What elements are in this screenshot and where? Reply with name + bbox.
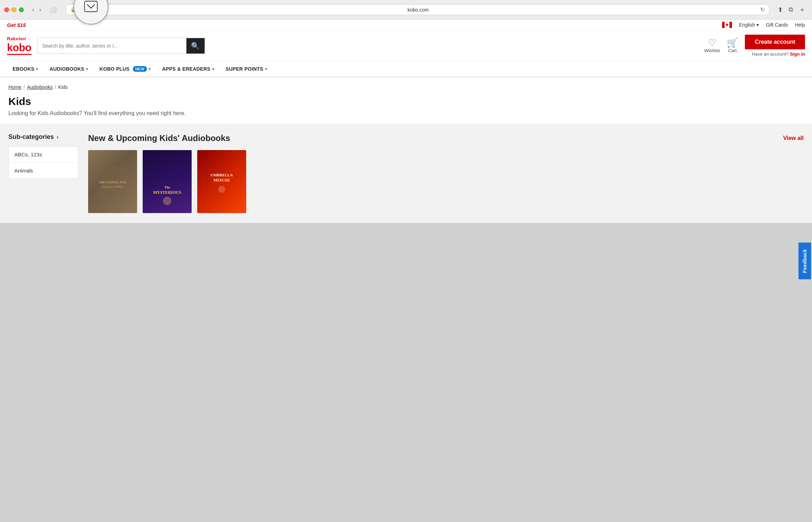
breadcrumb-home[interactable]: Home <box>8 84 21 90</box>
breadcrumb-current: Kids <box>58 84 67 90</box>
gray-section: Sub-categories › ABCs, 123s Animals New … <box>0 124 812 223</box>
koboplus-chevron-icon: ▾ <box>149 67 151 71</box>
main-header: Rakuten kobo 🔍 ♡ Wishlist 🛒 Cart Create … <box>0 30 812 61</box>
book-card-3[interactable]: UMBRELLA MOUSE <box>197 150 246 213</box>
reload-button[interactable]: ↻ <box>760 6 765 13</box>
book-cover-image-1: SOME HAPPIER HOUR GRACE COPPER <box>99 164 127 199</box>
logo-underline <box>7 54 31 55</box>
chevron-down-icon: ▾ <box>756 22 759 28</box>
svg-text:SOME HAPPIER HOUR: SOME HAPPIER HOUR <box>99 181 127 184</box>
have-account-text: Have an account? <box>752 51 789 57</box>
tabs-button[interactable]: ⧉ <box>786 5 795 15</box>
subcategories-title[interactable]: Sub-categories › <box>8 133 78 141</box>
new-badge: NEW <box>133 66 147 72</box>
main-content: New & Upcoming Kids' Audiobooks View all… <box>88 133 804 213</box>
address-bar[interactable]: 🔒 kobo.com ↻ <box>66 4 769 15</box>
sign-in-link[interactable]: Sign in <box>790 51 805 57</box>
english-language-link[interactable]: English ▾ <box>739 22 759 28</box>
help-link[interactable]: Help <box>795 22 805 28</box>
breadcrumb-sep-2: / <box>55 84 56 90</box>
cart-button[interactable]: 🛒 Cart <box>727 38 738 53</box>
kobo-label: kobo <box>7 42 31 53</box>
gift-cards-link[interactable]: Gift Cards <box>766 22 788 28</box>
wishlist-label: Wishlist <box>704 48 720 53</box>
subcategories-panel: Sub-categories › ABCs, 123s Animals <box>8 133 78 213</box>
heart-icon: ♡ <box>708 38 716 47</box>
ebooks-chevron-icon: ▾ <box>36 67 38 71</box>
share-button[interactable]: ⬆ <box>776 5 785 15</box>
svg-rect-3 <box>729 22 732 28</box>
traffic-lights <box>4 7 24 12</box>
subcategory-abcs[interactable]: ABCs, 123s <box>9 147 78 163</box>
subcategory-animals[interactable]: Animals <box>9 163 78 178</box>
svg-text:GRACE COPPER: GRACE COPPER <box>102 185 123 189</box>
nav-super-points[interactable]: SUPER POINTS ▾ <box>220 61 273 77</box>
sign-in-area: Have an account? Sign in <box>752 51 805 57</box>
page-title: Kids <box>8 96 804 107</box>
book-card-2[interactable]: The MYSTERIOUS <box>143 150 192 213</box>
maximize-window-button[interactable] <box>19 7 24 12</box>
svg-text:MOUSE: MOUSE <box>213 177 230 183</box>
section-layout: Sub-categories › ABCs, 123s Animals New … <box>8 133 804 213</box>
svg-point-10 <box>163 197 171 205</box>
browser-nav-buttons: ‹ › <box>30 5 43 14</box>
promo-text: Get $15 <box>7 22 26 28</box>
search-input[interactable] <box>37 38 186 54</box>
section-header: New & Upcoming Kids' Audiobooks View all <box>88 133 804 143</box>
back-button[interactable]: ‹ <box>30 5 36 14</box>
nav-bar: eBOOKS ▾ AUDIOBOOKS ▾ KOBO PLUS NEW ▾ AP… <box>0 61 812 77</box>
book-cover-image-2: The MYSTERIOUS <box>153 175 181 210</box>
logo-area[interactable]: Rakuten kobo <box>7 36 31 55</box>
website-content: Get $15 English ▾ Gift Cards Help <box>0 20 812 223</box>
nav-audiobooks[interactable]: AUDIOBOOKS ▾ <box>44 61 94 77</box>
superpoints-chevron-icon: ▾ <box>265 67 267 71</box>
nav-kobo-plus[interactable]: KOBO PLUS NEW ▾ <box>94 61 157 77</box>
svg-text:MYSTERIOUS: MYSTERIOUS <box>153 190 181 195</box>
breadcrumb-audiobooks[interactable]: Audiobooks <box>27 84 52 90</box>
create-account-button[interactable]: Create account <box>745 35 805 49</box>
svg-point-13 <box>218 186 225 193</box>
minimize-window-button[interactable] <box>12 7 16 12</box>
cart-icon: 🛒 <box>727 38 738 47</box>
book-cover-1: SOME HAPPIER HOUR GRACE COPPER <box>88 150 137 213</box>
svg-rect-1 <box>722 22 725 28</box>
search-bar: 🔍 <box>37 38 205 54</box>
audiobooks-chevron-icon: ▾ <box>86 67 88 71</box>
view-all-link[interactable]: View all <box>783 135 804 141</box>
canada-flag-icon <box>722 22 732 28</box>
rakuten-kobo-logo: Rakuten kobo <box>7 36 31 55</box>
subcategories-chevron-icon: › <box>57 134 58 140</box>
new-tab-button[interactable]: ＋ <box>797 4 808 15</box>
cart-label: Cart <box>728 48 737 53</box>
wishlist-button[interactable]: ♡ Wishlist <box>704 38 720 53</box>
top-links: English ▾ Gift Cards Help <box>722 22 805 28</box>
book-card-1[interactable]: SOME HAPPIER HOUR GRACE COPPER <box>88 150 137 213</box>
nav-apps-ereaders[interactable]: APPS & eREADERS ▾ <box>156 61 220 77</box>
page-subtitle: Looking for Kids Audiobooks? You'll find… <box>8 110 804 117</box>
feedback-tab[interactable]: Feedback <box>799 243 811 280</box>
header-actions: ♡ Wishlist 🛒 Cart Create account Have an… <box>704 35 805 57</box>
breadcrumb-sep-1: / <box>23 84 25 90</box>
subcategories-list: ABCs, 123s Animals <box>8 146 78 179</box>
search-button[interactable]: 🔍 <box>186 38 205 54</box>
books-grid: SOME HAPPIER HOUR GRACE COPPER The MYSTE… <box>88 150 804 213</box>
apps-chevron-icon: ▾ <box>212 67 214 71</box>
breadcrumb: Home / Audiobooks / Kids <box>8 84 804 90</box>
section-title: New & Upcoming Kids' Audiobooks <box>88 133 230 143</box>
nav-ebooks[interactable]: eBOOKS ▾ <box>7 61 44 77</box>
close-window-button[interactable] <box>4 7 9 12</box>
svg-rect-0 <box>85 1 98 12</box>
url-text: kobo.com <box>78 7 758 13</box>
canada-flag-area[interactable] <box>722 22 732 28</box>
sidebar-button[interactable]: ⬜ <box>47 5 59 14</box>
promo-bar: Get $15 English ▾ Gift Cards Help <box>0 20 812 30</box>
page-content: Home / Audiobooks / Kids Kids Looking fo… <box>0 77 812 124</box>
svg-text:UMBRELLA: UMBRELLA <box>211 173 233 177</box>
browser-chrome: ‹ › ⬜ 🔒 kobo.com ↻ ⬆ ⧉ ＋ <box>0 0 812 20</box>
browser-actions: ⬆ ⧉ ＋ <box>776 4 808 15</box>
forward-button[interactable]: › <box>37 5 43 14</box>
book-cover-image-3: UMBRELLA MOUSE <box>208 164 236 199</box>
book-cover-3: UMBRELLA MOUSE <box>197 150 246 213</box>
book-cover-2: The MYSTERIOUS <box>143 150 192 213</box>
svg-text:The: The <box>164 185 170 189</box>
